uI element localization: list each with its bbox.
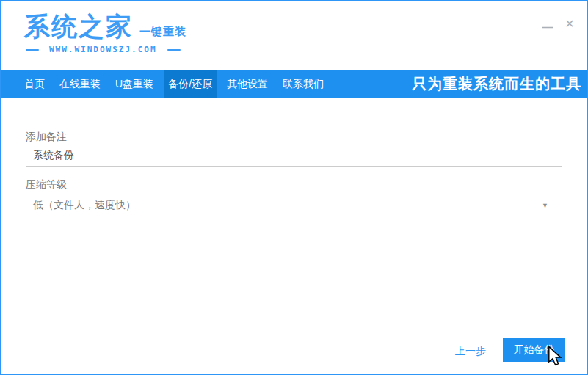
dropdown-arrow-icon: ▼ (542, 202, 548, 208)
app-logo: 系统之家 (24, 13, 133, 39)
previous-step-link[interactable]: 上一步 (455, 345, 486, 358)
main-navbar: 首页 在线重装 U盘重装 备份/还原 其他设置 联系我们 只为重装系统而生的工具 (1, 70, 587, 98)
start-backup-button[interactable]: 开始备份 (503, 338, 565, 362)
compression-dropdown[interactable]: 低（文件大，速度快） ▼ (26, 194, 562, 216)
nav-item-backup-restore[interactable]: 备份/还原 (164, 70, 217, 98)
compression-field-label: 压缩等级 (26, 178, 67, 192)
website-line: WWW.WINDOWSZJ.COM (26, 45, 181, 54)
close-button[interactable]: ✕ (560, 14, 579, 33)
nav-items: 首页 在线重装 U盘重装 备份/还原 其他设置 联系我们 (24, 70, 324, 98)
nav-item-usb-reinstall[interactable]: U盘重装 (115, 70, 153, 98)
note-input[interactable] (26, 145, 562, 167)
website-url: WWW.WINDOWSZJ.COM (49, 45, 157, 54)
note-field-label: 添加备注 (26, 131, 67, 144)
minimize-icon: — (542, 21, 553, 33)
nav-item-home[interactable]: 首页 (24, 70, 45, 98)
nav-item-contact[interactable]: 联系我们 (283, 70, 324, 98)
app-window: 系统之家 一键重装 WWW.WINDOWSZJ.COM — ✕ 首页 在线重装 … (0, 0, 588, 375)
app-subtitle: 一键重装 (139, 26, 186, 37)
navbar-slogan: 只为重装系统而生的工具 (412, 74, 581, 94)
dash-decoration-left (26, 49, 39, 51)
minimize-button[interactable]: — (538, 14, 557, 33)
nav-item-other-settings[interactable]: 其他设置 (227, 70, 268, 98)
dash-decoration-right (167, 49, 181, 51)
logo-area: 系统之家 一键重装 (24, 13, 186, 39)
compression-selected-value: 低（文件大，速度快） (26, 194, 562, 216)
close-icon: ✕ (565, 17, 574, 31)
nav-item-online-reinstall[interactable]: 在线重装 (59, 70, 101, 98)
titlebar: 系统之家 一键重装 WWW.WINDOWSZJ.COM — ✕ (1, 1, 587, 70)
